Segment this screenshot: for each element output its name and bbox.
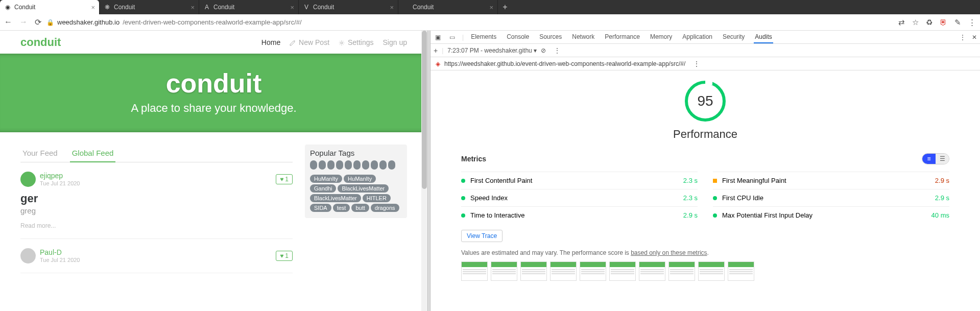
nav-signup[interactable]: Sign up <box>383 38 407 46</box>
devtools-panel-tab[interactable]: Elements <box>470 31 497 43</box>
article-title[interactable]: ger <box>20 192 293 205</box>
favorite-button[interactable]: ♥ 1 <box>276 174 293 184</box>
heart-icon: ♥ <box>280 176 283 183</box>
favorite-button[interactable]: ♥ 1 <box>276 251 293 261</box>
avatar[interactable] <box>20 248 36 264</box>
filmstrip-frame[interactable] <box>698 261 725 281</box>
filmstrip-frame[interactable] <box>520 261 547 281</box>
toggle-expanded-icon[interactable]: ☰ <box>936 154 949 164</box>
tag-pill[interactable] <box>345 160 352 170</box>
ext-icon-2[interactable]: ⛨ <box>940 18 947 27</box>
inspect-icon[interactable]: ▣ <box>434 34 442 41</box>
new-tab-button[interactable]: + <box>498 0 512 14</box>
close-tab-icon[interactable]: × <box>91 4 95 11</box>
nav-new-post[interactable]: New Post <box>290 38 329 46</box>
tag-pill[interactable]: HuManIty <box>310 175 342 183</box>
browser-tab[interactable]: VConduit× <box>299 0 398 14</box>
devtools-panel-tab[interactable]: Application <box>681 31 713 43</box>
tab-your-feed[interactable]: Your Feed <box>20 145 60 162</box>
filmstrip-frame[interactable] <box>639 261 665 281</box>
tag-pill[interactable] <box>327 160 334 170</box>
audit-url-menu-icon[interactable]: ⋮ <box>694 60 700 67</box>
nav-settings[interactable]: Settings <box>339 38 373 46</box>
tag-pill[interactable]: dragons <box>371 204 399 212</box>
browser-tab[interactable]: ◉Conduit× <box>0 0 100 14</box>
browser-tab[interactable]: ❋Conduit× <box>100 0 199 14</box>
filmstrip-frame[interactable] <box>580 261 606 281</box>
devtools-panel-tab[interactable]: Security <box>722 31 746 43</box>
translate-icon[interactable]: ⇄ <box>898 18 905 27</box>
device-icon[interactable]: ▭ <box>448 34 456 41</box>
ext-icon-1[interactable]: ♻ <box>926 18 933 27</box>
tag-pill[interactable] <box>319 160 326 170</box>
devtools-panel-tab[interactable]: Memory <box>649 31 673 43</box>
read-more-link[interactable]: Read more... <box>20 222 293 229</box>
devtools-more-icon[interactable]: ⋮ <box>960 34 966 41</box>
devtools-panel-tab[interactable]: Performance <box>604 31 641 43</box>
bookmark-icon[interactable]: ☆ <box>912 18 919 27</box>
audit-select[interactable]: 7:23:07 PM - weedshaker.githu ▾ <box>447 47 537 54</box>
disclaimer-link[interactable]: based only on these metrics <box>631 249 707 256</box>
devtools-panel-tab[interactable]: Audits <box>754 31 773 43</box>
tag-pill[interactable]: HITLER <box>363 194 391 202</box>
close-tab-icon[interactable]: × <box>489 4 493 11</box>
tag-pill[interactable] <box>371 160 378 170</box>
brand-logo[interactable]: conduit <box>20 36 61 49</box>
forward-button[interactable]: → <box>19 17 28 27</box>
reload-button[interactable]: ⟳ <box>35 17 41 27</box>
tab-global-feed[interactable]: Global Feed <box>70 145 116 162</box>
page-scrollbar[interactable] <box>421 31 427 311</box>
lighthouse-icon: ◈ <box>436 60 440 67</box>
filmstrip-frame[interactable] <box>609 261 636 281</box>
address-bar[interactable]: 🔒 weedshaker.github.io/event-driven-web-… <box>46 18 893 26</box>
tag-pill[interactable] <box>362 160 369 170</box>
status-indicator-icon <box>713 196 717 200</box>
devtools-panel-tab[interactable]: Network <box>571 31 595 43</box>
devtools-panel-tab[interactable]: Console <box>506 31 530 43</box>
filmstrip-frame[interactable] <box>668 261 695 281</box>
metrics-view-toggle[interactable]: ≡ ☰ <box>922 153 949 164</box>
audits-menu-icon[interactable]: ⋮ <box>554 47 560 54</box>
tab-title: Conduit <box>114 4 135 11</box>
filmstrip-frame[interactable] <box>461 261 488 281</box>
tag-pill[interactable]: butt <box>351 204 369 212</box>
tag-pill[interactable] <box>353 160 361 170</box>
tag-pill[interactable]: BlackLivesMatter <box>310 194 361 202</box>
clear-icon[interactable]: ⊘ <box>541 47 546 54</box>
metric-row: First Meaningful Paint2.9 s <box>713 172 949 189</box>
devtools-close-icon[interactable]: ✕ <box>972 34 977 41</box>
audit-url-bar: ◈ https://weedshaker.github.io/event-dri… <box>431 57 980 70</box>
filmstrip-frame[interactable] <box>728 261 754 281</box>
nav-home[interactable]: Home <box>261 38 280 46</box>
devtools-panel-tab[interactable]: Sources <box>538 31 563 43</box>
tag-pill[interactable] <box>379 160 387 170</box>
tag-pill[interactable]: HuManIty <box>344 175 376 183</box>
tag-pill[interactable]: test <box>333 204 350 212</box>
filmstrip-frame[interactable] <box>491 261 517 281</box>
new-audit-button[interactable]: + <box>434 46 438 55</box>
tag-pill[interactable]: BlackLivesMatter <box>338 184 389 193</box>
filmstrip-frame[interactable] <box>550 261 577 281</box>
svg-point-0 <box>341 42 343 44</box>
tag-pill[interactable] <box>336 160 343 170</box>
tag-pill[interactable]: SIDA <box>310 204 331 212</box>
close-tab-icon[interactable]: × <box>290 4 294 11</box>
avatar[interactable] <box>20 172 36 187</box>
browser-tab[interactable]: AConduit× <box>199 0 299 14</box>
metric-value: 2.9 s <box>935 177 949 184</box>
toggle-compact-icon[interactable]: ≡ <box>922 154 936 164</box>
browser-tab[interactable]: Conduit× <box>398 0 498 14</box>
page-viewport: conduit Home New Post Settings Sign up c… <box>0 31 427 311</box>
close-tab-icon[interactable]: × <box>190 4 195 11</box>
author-link[interactable]: ejiqpep <box>40 172 80 180</box>
ext-icon-3[interactable]: ✎ <box>954 18 961 27</box>
tag-pill[interactable] <box>310 160 317 170</box>
close-tab-icon[interactable]: × <box>390 4 394 11</box>
author-link[interactable]: Paul-D <box>40 249 80 256</box>
tag-pill[interactable] <box>388 160 395 170</box>
view-trace-button[interactable]: View Trace <box>461 230 503 242</box>
back-button[interactable]: ← <box>4 17 12 27</box>
tag-pill[interactable]: Gandhi <box>310 184 336 193</box>
metric-row: First CPU Idle2.9 s <box>713 189 949 206</box>
menu-icon[interactable]: ⋮ <box>968 18 976 27</box>
